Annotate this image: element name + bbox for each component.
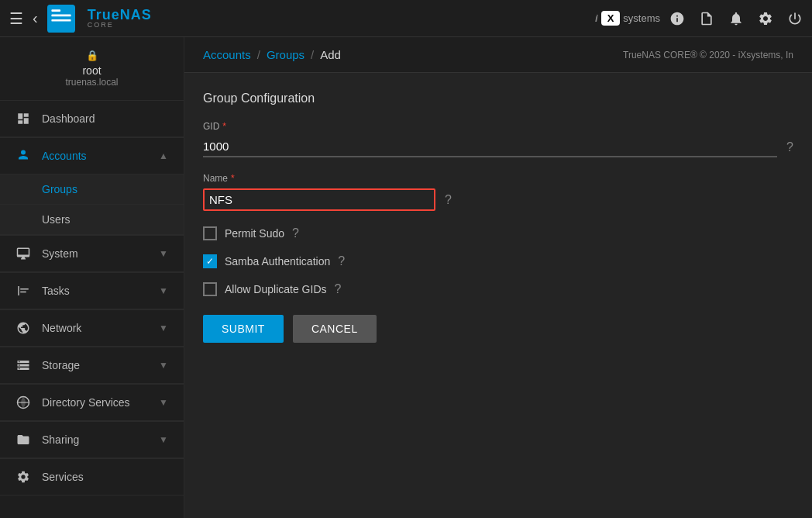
svg-rect-3 bbox=[51, 9, 60, 12]
directory-services-icon bbox=[15, 395, 31, 409]
content-header: Accounts / Groups / Add TrueNAS CORE® © … bbox=[184, 37, 812, 73]
directory-services-label: Directory Services bbox=[42, 396, 159, 409]
sidebar-item-groups[interactable]: Groups bbox=[0, 174, 184, 205]
dashboard-icon bbox=[15, 112, 31, 126]
svg-rect-0 bbox=[47, 5, 75, 33]
network-label: Network bbox=[42, 322, 159, 334]
name-help-icon[interactable]: ? bbox=[445, 193, 452, 207]
form-section-title: Group Configuration bbox=[203, 92, 793, 105]
name-input[interactable] bbox=[203, 188, 435, 211]
services-icon bbox=[15, 470, 31, 484]
sidebar-item-system[interactable]: System ▼ bbox=[0, 236, 184, 272]
permit-sudo-label: Permit Sudo bbox=[225, 227, 284, 240]
gid-input[interactable] bbox=[203, 136, 777, 157]
svg-rect-5 bbox=[20, 288, 29, 290]
tasks-icon bbox=[15, 284, 31, 298]
form-actions: SUBMIT CANCEL bbox=[203, 315, 793, 343]
permit-sudo-checkbox[interactable] bbox=[203, 226, 217, 240]
dashboard-label: Dashboard bbox=[42, 112, 168, 125]
storage-arrow: ▼ bbox=[159, 360, 168, 371]
brand-name: TrueNAS bbox=[88, 8, 152, 22]
sidebar-item-directory-services[interactable]: Directory Services ▼ bbox=[0, 385, 184, 421]
sidebar-item-dashboard[interactable]: Dashboard bbox=[0, 101, 184, 137]
username: root bbox=[82, 64, 101, 77]
name-required: * bbox=[231, 173, 235, 184]
alerts-icon[interactable] bbox=[728, 11, 744, 26]
settings-icon[interactable] bbox=[758, 11, 773, 26]
sharing-icon bbox=[15, 433, 31, 447]
cancel-button[interactable]: CANCEL bbox=[293, 315, 377, 343]
breadcrumb-sep-2: / bbox=[311, 48, 314, 61]
gid-required: * bbox=[222, 121, 226, 132]
sidebar: 🔒 root truenas.local Dashboard Accounts … bbox=[0, 37, 184, 518]
groups-label: Groups bbox=[42, 183, 77, 195]
samba-auth-help-icon[interactable]: ? bbox=[338, 254, 345, 268]
sharing-arrow: ▼ bbox=[159, 434, 168, 445]
content-area: Accounts / Groups / Add TrueNAS CORE® © … bbox=[184, 37, 812, 518]
svg-rect-1 bbox=[51, 14, 71, 16]
samba-auth-checkbox[interactable] bbox=[203, 254, 217, 268]
allow-dup-gids-checkbox[interactable] bbox=[203, 282, 217, 296]
top-navigation: ☰ ‹ TrueNAS CORE i X systems bbox=[0, 0, 812, 37]
ix-brand: X bbox=[601, 11, 621, 26]
power-icon[interactable] bbox=[787, 11, 803, 26]
breadcrumb-sep-1: / bbox=[257, 48, 260, 61]
gid-help-icon[interactable]: ? bbox=[786, 140, 793, 154]
directory-services-arrow: ▼ bbox=[159, 397, 168, 408]
sidebar-item-storage[interactable]: Storage ▼ bbox=[0, 347, 184, 384]
gid-field: GID * ? bbox=[203, 121, 793, 157]
topnav-actions bbox=[669, 11, 803, 26]
network-icon bbox=[15, 321, 31, 335]
allow-dup-gids-label: Allow Duplicate GIDs bbox=[225, 283, 327, 295]
ix-logo: i X systems bbox=[595, 11, 660, 26]
network-arrow: ▼ bbox=[159, 323, 168, 333]
gid-label: GID * bbox=[203, 121, 793, 132]
services-label: Services bbox=[42, 471, 168, 483]
accounts-icon bbox=[15, 149, 31, 163]
storage-icon bbox=[15, 358, 31, 372]
brand-sub: CORE bbox=[88, 22, 152, 29]
name-field: Name * ? bbox=[203, 173, 793, 211]
svg-rect-4 bbox=[18, 286, 19, 295]
task-queue-icon[interactable] bbox=[699, 11, 714, 26]
samba-auth-row: Samba Authentication ? bbox=[203, 254, 793, 268]
accounts-arrow: ▲ bbox=[159, 150, 168, 161]
brand-name-container: TrueNAS CORE bbox=[88, 8, 152, 29]
sidebar-item-users[interactable]: Users bbox=[0, 205, 184, 235]
permit-sudo-row: Permit Sudo ? bbox=[203, 226, 793, 240]
tasks-label: Tasks bbox=[42, 285, 159, 297]
user-info: 🔒 root truenas.local bbox=[0, 37, 184, 101]
name-label: Name * bbox=[203, 173, 793, 184]
system-icon bbox=[15, 247, 31, 261]
app-logo bbox=[47, 5, 75, 33]
allow-dup-gids-row: Allow Duplicate GIDs ? bbox=[203, 282, 793, 296]
name-input-row: ? bbox=[203, 188, 793, 211]
sidebar-item-accounts[interactable]: Accounts ▲ bbox=[0, 138, 184, 174]
gid-input-row: ? bbox=[203, 136, 793, 157]
copyright-text: TrueNAS CORE® © 2020 - iXsystems, In bbox=[623, 50, 793, 60]
submit-button[interactable]: SUBMIT bbox=[203, 315, 284, 343]
permit-sudo-help-icon[interactable]: ? bbox=[292, 226, 299, 240]
sidebar-item-sharing[interactable]: Sharing ▼ bbox=[0, 422, 184, 458]
users-label: Users bbox=[42, 213, 71, 226]
sidebar-item-services[interactable]: Services bbox=[0, 459, 184, 496]
lock-icon: 🔒 bbox=[86, 50, 98, 61]
breadcrumb-accounts[interactable]: Accounts bbox=[203, 48, 251, 61]
breadcrumb-groups[interactable]: Groups bbox=[267, 48, 304, 61]
hostname: truenas.local bbox=[65, 77, 118, 88]
accounts-label: Accounts bbox=[42, 150, 159, 162]
hamburger-menu-icon[interactable]: ☰ bbox=[9, 9, 23, 28]
allow-dup-gids-help-icon[interactable]: ? bbox=[335, 282, 342, 296]
svg-rect-6 bbox=[20, 292, 26, 293]
breadcrumb-add: Add bbox=[320, 48, 341, 61]
guide-icon[interactable] bbox=[669, 11, 685, 26]
sidebar-item-network[interactable]: Network ▼ bbox=[0, 310, 184, 347]
sharing-label: Sharing bbox=[42, 433, 159, 446]
tasks-arrow: ▼ bbox=[159, 285, 168, 296]
back-icon[interactable]: ‹ bbox=[33, 9, 38, 27]
form-container: Group Configuration GID * ? Name * bbox=[184, 73, 812, 361]
storage-label: Storage bbox=[42, 359, 159, 371]
sidebar-item-tasks[interactable]: Tasks ▼ bbox=[0, 273, 184, 309]
svg-rect-2 bbox=[51, 19, 71, 21]
systems-label: systems bbox=[623, 12, 660, 24]
